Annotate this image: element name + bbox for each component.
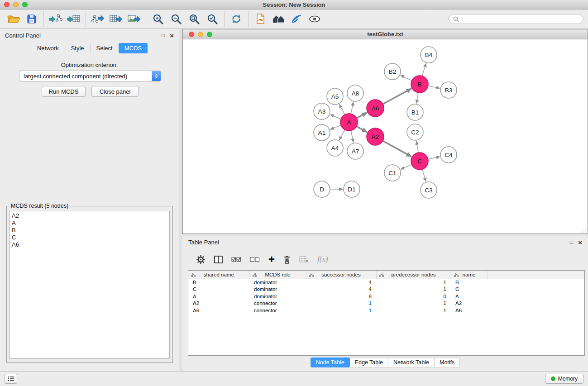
network-edge-A-A7[interactable] bbox=[351, 131, 354, 143]
refresh-button[interactable] bbox=[227, 11, 245, 27]
zoom-out-button[interactable] bbox=[167, 11, 185, 27]
network-node-A2[interactable]: A2 bbox=[367, 128, 384, 145]
float-panel-button[interactable]: □ bbox=[162, 33, 165, 38]
mcds-result-item[interactable]: A6 bbox=[12, 241, 167, 248]
show-columns-button[interactable] bbox=[214, 256, 223, 263]
tab-style[interactable]: Style bbox=[65, 43, 90, 53]
network-edge-B-B1[interactable] bbox=[416, 93, 418, 104]
table-settings-button[interactable] bbox=[196, 255, 206, 264]
task-history-button[interactable] bbox=[5, 374, 17, 384]
search-input[interactable] bbox=[462, 16, 579, 23]
tab-network[interactable]: Network bbox=[31, 43, 65, 53]
delete-column-button[interactable] bbox=[283, 255, 291, 264]
table-row[interactable]: A6connector11A6 bbox=[188, 307, 584, 315]
network-overview-button[interactable] bbox=[269, 11, 287, 27]
mcds-result-item[interactable]: A bbox=[12, 219, 167, 227]
minimize-window-button[interactable] bbox=[13, 2, 19, 7]
network-node-C[interactable]: C bbox=[411, 152, 428, 170]
close-panel-action-button[interactable]: Close panel bbox=[91, 86, 139, 97]
mcds-result-item[interactable]: C bbox=[12, 234, 167, 241]
column-header[interactable]: successor nodes bbox=[306, 271, 376, 279]
network-node-B4[interactable]: B4 bbox=[421, 47, 437, 63]
network-edge-C-C2[interactable] bbox=[416, 141, 418, 152]
network-close-button[interactable] bbox=[189, 32, 194, 37]
network-minimize-button[interactable] bbox=[198, 32, 203, 37]
export-network-button[interactable] bbox=[89, 11, 107, 27]
network-node-A3[interactable]: A3 bbox=[314, 103, 330, 119]
table-row[interactable]: Cdominator41C bbox=[188, 286, 584, 293]
network-node-A[interactable]: A bbox=[340, 114, 358, 131]
table-row[interactable]: Adominator80A bbox=[188, 293, 584, 300]
resize-grip[interactable] bbox=[582, 228, 587, 233]
zoom-window-button[interactable] bbox=[22, 2, 28, 7]
network-node-C4[interactable]: C4 bbox=[440, 147, 457, 163]
column-header[interactable]: MCDS role bbox=[249, 271, 306, 279]
add-column-button[interactable]: + bbox=[268, 254, 275, 265]
close-table-panel-button[interactable]: × bbox=[578, 239, 582, 246]
snapshot-button[interactable] bbox=[251, 11, 269, 27]
network-node-A6[interactable]: A6 bbox=[367, 100, 384, 117]
network-edge-A-A4[interactable] bbox=[339, 130, 345, 140]
network-node-A5[interactable]: A5 bbox=[327, 88, 343, 105]
zoom-fit-button[interactable] bbox=[185, 11, 203, 27]
network-node-A7[interactable]: A7 bbox=[347, 143, 363, 159]
close-window-button[interactable] bbox=[4, 2, 10, 7]
import-network-button[interactable] bbox=[47, 11, 65, 27]
mcds-result-item[interactable]: A2 bbox=[12, 212, 167, 219]
export-table-button[interactable] bbox=[107, 11, 125, 27]
network-node-B3[interactable]: B3 bbox=[440, 82, 457, 98]
open-session-button[interactable] bbox=[5, 11, 23, 27]
select-all-button[interactable] bbox=[231, 257, 241, 262]
deselect-all-button[interactable] bbox=[250, 257, 260, 262]
network-edge-A-A2[interactable] bbox=[357, 126, 367, 132]
network-node-A1[interactable]: A1 bbox=[314, 124, 330, 141]
network-edge-C-C4[interactable] bbox=[428, 157, 440, 159]
network-canvas[interactable]: B4B2BB3A5A8A6B1A3AC2A1A2A4A7C4CC1C3DD1 bbox=[183, 39, 588, 234]
float-table-panel-button[interactable]: □ bbox=[570, 239, 573, 245]
import-table-button[interactable] bbox=[65, 11, 83, 27]
network-edge-A6-B[interactable] bbox=[383, 89, 411, 104]
network-edge-B-B4[interactable] bbox=[422, 63, 426, 76]
show-hide-button[interactable] bbox=[306, 11, 324, 27]
optimization-criterion-select[interactable]: largest connected component (directed) bbox=[19, 71, 161, 81]
tab-select[interactable]: Select bbox=[90, 43, 119, 53]
network-edge-A-A6[interactable] bbox=[357, 113, 367, 118]
network-node-D[interactable]: D bbox=[314, 181, 330, 197]
delete-table-button[interactable] bbox=[299, 256, 309, 263]
network-node-C1[interactable]: C1 bbox=[384, 165, 401, 181]
save-session-button[interactable] bbox=[23, 11, 41, 27]
function-builder-button[interactable]: f(x) bbox=[317, 255, 328, 264]
network-edge-A-A5[interactable] bbox=[339, 105, 345, 115]
network-node-C3[interactable]: C3 bbox=[421, 182, 437, 198]
annotation-button[interactable] bbox=[287, 11, 306, 27]
export-image-button[interactable] bbox=[125, 11, 143, 27]
global-search[interactable] bbox=[449, 14, 583, 24]
mcds-result-item[interactable]: B bbox=[12, 227, 167, 234]
network-edge-A2-C[interactable] bbox=[383, 141, 411, 157]
mcds-result-list[interactable]: A2ABCA6 bbox=[10, 211, 170, 359]
column-header[interactable]: shared name bbox=[188, 271, 249, 279]
column-header[interactable]: predecessor nodes bbox=[376, 271, 451, 279]
tab-mcds[interactable]: MCDS bbox=[119, 43, 148, 53]
network-edge-A-A3[interactable] bbox=[330, 114, 341, 119]
network-node-D1[interactable]: D1 bbox=[344, 181, 360, 197]
tab-network-table[interactable]: Network Table bbox=[388, 357, 435, 367]
network-node-B2[interactable]: B2 bbox=[384, 63, 401, 80]
table-row[interactable]: A2connector11A2 bbox=[188, 300, 584, 307]
zoom-in-button[interactable] bbox=[149, 11, 167, 27]
network-edge-A-A8[interactable] bbox=[351, 102, 354, 114]
run-mcds-button[interactable]: Run MCDS bbox=[42, 86, 86, 97]
network-node-C2[interactable]: C2 bbox=[407, 124, 423, 140]
tab-node-table[interactable]: Node Table bbox=[311, 357, 350, 367]
network-node-B1[interactable]: B1 bbox=[407, 104, 423, 120]
table-row[interactable]: Bdominator41B bbox=[188, 279, 584, 286]
network-node-A8[interactable]: A8 bbox=[347, 85, 363, 101]
node-table[interactable]: shared nameMCDS rolesuccessor nodesprede… bbox=[188, 271, 584, 314]
close-panel-button[interactable]: × bbox=[170, 32, 174, 39]
tab-edge-table[interactable]: Edge Table bbox=[350, 357, 388, 367]
network-edge-A-A1[interactable] bbox=[330, 125, 341, 129]
zoom-selected-button[interactable] bbox=[203, 11, 221, 27]
network-node-A4[interactable]: A4 bbox=[327, 140, 343, 156]
network-edge-C-C3[interactable] bbox=[422, 169, 426, 181]
network-edge-B-B3[interactable] bbox=[428, 86, 440, 88]
